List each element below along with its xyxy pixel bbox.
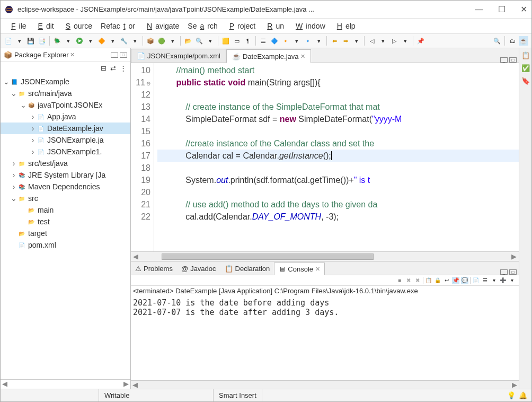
prev-annotation-button[interactable]: ⬅ xyxy=(330,36,339,46)
twisty-icon[interactable]: › xyxy=(10,171,17,179)
scroll-lock-button[interactable]: 🔒 xyxy=(434,277,441,284)
remove-all-button[interactable]: ✖ xyxy=(414,277,421,284)
tree-node[interactable]: ›📄JSONExample1. xyxy=(1,146,130,158)
collapse-all-button[interactable]: ⊟ xyxy=(101,64,108,72)
pin-console-button[interactable]: 📌 xyxy=(452,277,459,284)
status-icon[interactable]: 🔔 xyxy=(519,391,527,399)
clear-console-button[interactable]: 📋 xyxy=(425,277,432,284)
bottom-tab-problems[interactable]: ⚠Problems xyxy=(131,262,177,275)
outline-icon[interactable]: 📋 xyxy=(521,51,530,60)
twisty-icon[interactable]: ⌄ xyxy=(10,194,17,203)
twisty-icon[interactable]: › xyxy=(10,182,17,191)
editor-tab-dateexample[interactable]: ☕ DateExample.java ✕ xyxy=(226,49,312,63)
twisty-icon[interactable]: › xyxy=(29,147,37,156)
toggle-mark-button[interactable]: 🟨 xyxy=(221,36,230,46)
twisty-icon[interactable]: › xyxy=(10,159,17,168)
new-button[interactable]: 📄 xyxy=(4,36,13,46)
maximize-editor-button[interactable]: □ xyxy=(509,57,517,63)
menu-edit[interactable]: Edit xyxy=(32,21,57,31)
tree-node[interactable]: ›📁src/test/java xyxy=(1,158,130,169)
menu-navigate[interactable]: Navigate xyxy=(140,21,182,31)
tree-node[interactable]: 📄pom.xml xyxy=(1,239,130,251)
java-perspective-button[interactable]: ☕ xyxy=(519,36,528,46)
close-view-button[interactable]: ✕ xyxy=(70,51,75,58)
word-wrap-button[interactable]: ↩ xyxy=(443,277,450,284)
menu-file[interactable]: File xyxy=(5,21,30,31)
debug-button[interactable]: 🪲 xyxy=(52,36,62,46)
close-tab-button[interactable]: ✕ xyxy=(300,53,305,60)
menu-search[interactable]: Search xyxy=(184,21,220,31)
tree-node[interactable]: ›📄JSONExample.ja xyxy=(1,134,130,146)
menu-window[interactable]: Window xyxy=(289,21,329,31)
new-package-button[interactable]: 📦 xyxy=(146,36,155,46)
tree-node[interactable]: ›📄App.java xyxy=(1,111,130,123)
view-menu-button[interactable]: ⋮ xyxy=(120,64,127,72)
minimize-view-button[interactable]: _ xyxy=(111,53,118,58)
minimize-bottom-button[interactable]: _ xyxy=(500,269,508,275)
quick-access-button[interactable]: 🔍 xyxy=(492,36,502,46)
tree-node[interactable]: 📂target xyxy=(1,228,130,239)
tb-icon[interactable]: 🔷 xyxy=(270,36,279,46)
tree-node[interactable]: ›📚Maven Dependencies xyxy=(1,181,130,193)
tb-icon-3[interactable]: 🔹 xyxy=(303,36,313,46)
close-button[interactable]: ✕ xyxy=(520,4,527,14)
tip-icon[interactable]: 💡 xyxy=(507,391,516,399)
editor-hscroll[interactable]: ◀ ▶ xyxy=(131,251,519,261)
back-button[interactable]: ◁ xyxy=(367,36,377,46)
link-editor-button[interactable]: ⇄ xyxy=(110,64,118,72)
minimize-editor-button[interactable]: _ xyxy=(500,57,508,63)
tree-node[interactable]: 📂main xyxy=(1,204,130,216)
code-editor[interactable]: 1011⊖1213141516171819202122 //main() met… xyxy=(131,63,519,251)
menu-run[interactable]: Run xyxy=(261,21,287,31)
bottom-tab-console[interactable]: 🖥Console ✕ xyxy=(274,263,325,275)
save-all-button[interactable]: 📑 xyxy=(37,36,47,46)
twisty-icon[interactable]: ⌄ xyxy=(20,101,27,109)
editor-tab-pom[interactable]: 📄 JSONExample/pom.xml xyxy=(131,49,226,63)
new-class-button[interactable]: 🟢 xyxy=(157,36,166,46)
sidebar-hscroll[interactable]: ◀▶ xyxy=(1,379,130,389)
task-list-icon[interactable]: ✅ xyxy=(521,64,530,73)
twisty-icon[interactable]: › xyxy=(29,124,37,133)
console-output[interactable]: 2021-07-10 is the date before adding day… xyxy=(131,296,519,380)
bottom-tab-declaration[interactable]: 📋Declaration xyxy=(220,262,274,275)
search-button[interactable]: 🔍 xyxy=(194,36,204,46)
show-whitespace-button[interactable]: ☰ xyxy=(259,36,268,46)
tree-node[interactable]: ›📄DateExample.jav xyxy=(1,123,130,134)
menu-source[interactable]: Source xyxy=(59,21,95,31)
twisty-icon[interactable]: › xyxy=(29,112,37,121)
menu-help[interactable]: Help xyxy=(331,21,359,31)
tree-node[interactable]: ⌄📁src/main/java xyxy=(1,88,130,99)
twisty-icon[interactable]: › xyxy=(29,136,37,144)
open-console-button[interactable]: 📄 xyxy=(472,277,480,284)
terminate-button[interactable]: ■ xyxy=(396,277,403,284)
pin-button[interactable]: 📌 xyxy=(416,36,425,46)
display-button[interactable]: 💬 xyxy=(461,277,468,284)
ext-tools-button[interactable]: 🔧 xyxy=(119,36,129,46)
twisty-icon[interactable]: ⌄ xyxy=(3,77,10,86)
project-tree[interactable]: ⌄📘JSONExample⌄📁src/main/java⌄📦javaTpoint… xyxy=(1,74,130,379)
twisty-icon[interactable]: ⌄ xyxy=(10,89,17,98)
toggle-ws-button[interactable]: ¶ xyxy=(243,36,253,46)
forward-button[interactable]: ▷ xyxy=(389,36,399,46)
coverage-button[interactable]: 🔶 xyxy=(97,36,107,46)
tb-icon-2[interactable]: 🔸 xyxy=(281,36,290,46)
remove-launch-button[interactable]: ✖ xyxy=(405,277,412,284)
maximize-bottom-button[interactable]: □ xyxy=(509,269,517,275)
new-console-button[interactable]: ➕ xyxy=(499,277,507,284)
bottom-tab-javadoc[interactable]: @Javadoc xyxy=(177,262,220,275)
maximize-view-button[interactable]: □ xyxy=(120,53,127,58)
run-button[interactable] xyxy=(75,36,84,46)
console-hscroll[interactable]: ◀▶ xyxy=(131,380,519,389)
next-annotation-button[interactable]: ➡ xyxy=(341,36,350,46)
maximize-button[interactable]: ☐ xyxy=(498,4,506,14)
menu-project[interactable]: Project xyxy=(223,21,259,31)
code-content[interactable]: //main() method start public static void… xyxy=(154,63,519,251)
console-select-button[interactable]: ☰ xyxy=(481,277,489,284)
scroll-thumb[interactable] xyxy=(162,254,374,260)
minimize-button[interactable]: — xyxy=(475,5,483,14)
tree-node[interactable]: ⌄📦javaTpoint.JSONEx xyxy=(1,99,130,111)
menu-refactor[interactable]: Refactor xyxy=(97,21,138,31)
bookmark-icon[interactable]: 🔖 xyxy=(521,77,530,85)
tree-node[interactable]: ⌄📁src xyxy=(1,193,130,204)
tree-node[interactable]: 📂test xyxy=(1,216,130,228)
